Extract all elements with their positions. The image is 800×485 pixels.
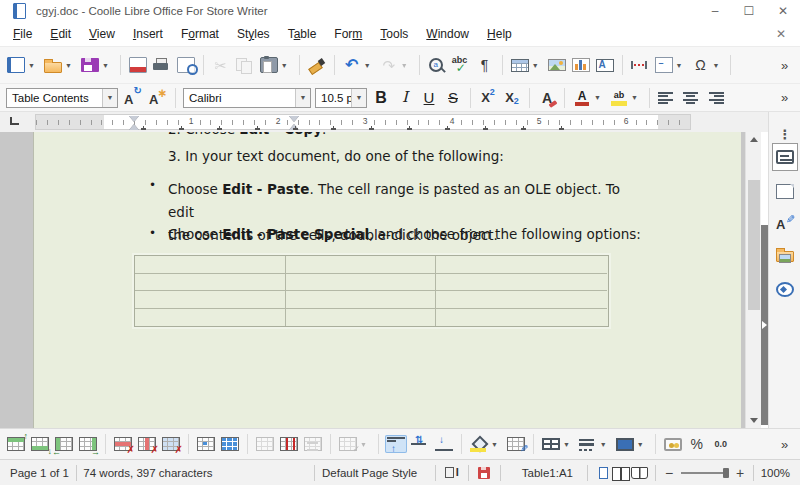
menu-table[interactable]: Table — [279, 23, 326, 45]
sidebar-hide-handle[interactable] — [761, 225, 768, 425]
single-page-view-button[interactable] — [594, 464, 612, 482]
insert-field-dropdown[interactable]: ▼ — [673, 62, 686, 69]
font-size-combo[interactable]: 10.5 pt▼ — [315, 88, 367, 108]
font-size-dropdown-arrow[interactable]: ▼ — [351, 89, 366, 107]
tab-stop-marker[interactable] — [331, 128, 336, 130]
menu-tools[interactable]: Tools — [371, 23, 417, 45]
border-color-dropdown[interactable]: ▼ — [634, 441, 647, 448]
paragraph-style-dropdown-arrow[interactable]: ▼ — [102, 89, 117, 107]
superscript-button[interactable] — [477, 87, 499, 109]
font-name-dropdown-arrow[interactable]: ▼ — [295, 89, 310, 107]
number-format-decimal-button[interactable]: 0.0 — [710, 433, 732, 455]
insert-mode-icon[interactable] — [443, 464, 461, 482]
insert-column-before-button[interactable] — [53, 435, 75, 453]
formatbar-overflow-button[interactable]: » — [773, 87, 795, 109]
highlighting-color-dropdown[interactable]: ▼ — [628, 94, 641, 101]
tab-stop-marker[interactable] — [217, 128, 222, 130]
paragraph-style-combo[interactable]: Table Contents▼ — [6, 88, 118, 108]
underline-button[interactable]: U — [418, 87, 440, 109]
insert-field-button[interactable]: ▼ — [653, 55, 688, 75]
insert-special-character-button[interactable]: Ω▼ — [690, 54, 725, 76]
font-color-button[interactable]: ▼ — [571, 87, 606, 109]
menu-insert[interactable]: Insert — [124, 23, 172, 45]
document-page[interactable]: 2. Choose Edit - Copy. 3. In your text d… — [33, 132, 741, 428]
sidebar-page[interactable] — [772, 179, 798, 203]
table-cell[interactable] — [436, 256, 607, 274]
sidebar-gallery[interactable] — [772, 243, 798, 267]
zoom-out-button[interactable]: − — [663, 465, 675, 481]
border-style-button[interactable]: ▼ — [577, 436, 612, 453]
page-count[interactable]: Page 1 of 1 — [10, 467, 69, 479]
tab-stop-marker[interactable] — [255, 128, 260, 130]
insert-row-below-button[interactable] — [29, 435, 51, 453]
insert-column-after-button[interactable] — [77, 435, 99, 453]
menu-view[interactable]: View — [80, 23, 124, 45]
table-cell[interactable] — [436, 291, 607, 309]
center-vertically-button[interactable] — [409, 435, 431, 453]
highlighting-color-button[interactable]: ▼ — [608, 87, 643, 109]
spelling-button[interactable] — [450, 55, 472, 76]
insert-text-box-button[interactable] — [594, 57, 616, 74]
insert-row-above-button[interactable] — [5, 435, 27, 453]
table-cell-background-color-dropdown[interactable]: ▼ — [488, 441, 501, 448]
menu-edit[interactable]: Edit — [41, 23, 80, 45]
tablebar-overflow-button[interactable]: » — [773, 433, 795, 455]
table-cell[interactable] — [286, 274, 436, 292]
insert-table-dropdown[interactable]: ▼ — [529, 62, 542, 69]
page-style[interactable]: Default Page Style — [322, 467, 417, 479]
table-cell-background-color-button[interactable]: ▼ — [468, 434, 503, 454]
close-button[interactable]: ✕ — [766, 0, 800, 22]
select-cell-button[interactable] — [195, 435, 217, 453]
menu-format[interactable]: Format — [172, 23, 228, 45]
number-format-percent-button[interactable]: % — [686, 433, 708, 455]
find-and-replace-button[interactable] — [426, 55, 448, 76]
tab-stop-marker[interactable] — [483, 128, 488, 130]
tab-stop-marker[interactable] — [293, 128, 298, 130]
formatting-marks-button[interactable]: ¶ — [474, 54, 496, 76]
zoom-slider-thumb[interactable] — [723, 468, 729, 478]
insert-table-button[interactable]: ▼ — [509, 57, 544, 74]
table-properties-button[interactable] — [505, 435, 527, 453]
insert-page-break-button[interactable] — [629, 56, 651, 74]
save-dropdown[interactable]: ▼ — [99, 62, 112, 69]
tab-stop-marker[interactable] — [407, 128, 412, 130]
document-modified-indicator[interactable] — [475, 464, 493, 482]
undo-button[interactable]: ↶▼ — [341, 54, 376, 76]
sidebar-properties[interactable] — [772, 143, 798, 171]
font-color-dropdown[interactable]: ▼ — [591, 94, 604, 101]
align-left-button[interactable] — [656, 90, 678, 106]
insert-chart-button[interactable] — [570, 56, 592, 74]
border-color-button[interactable]: ▼ — [614, 436, 649, 453]
tab-stop-marker[interactable] — [445, 128, 450, 130]
clear-formatting-button[interactable] — [536, 87, 558, 109]
word-count[interactable]: 74 words, 397 characters — [83, 467, 212, 479]
table-cell[interactable] — [286, 291, 436, 309]
zoom-slider[interactable] — [681, 472, 728, 474]
insert-special-character-dropdown[interactable]: ▼ — [710, 62, 723, 69]
scrollbar-thumb[interactable] — [748, 180, 760, 310]
align-bottom-button[interactable] — [433, 435, 455, 453]
document-close-button[interactable]: ✕ — [770, 25, 792, 43]
undo-dropdown[interactable]: ▼ — [361, 62, 374, 69]
open-button[interactable]: ▼ — [42, 56, 77, 75]
paste-dropdown[interactable]: ▼ — [278, 62, 291, 69]
table-cell[interactable] — [135, 309, 286, 327]
italic-button[interactable]: I — [394, 87, 416, 109]
borders-button[interactable]: ▼ — [540, 436, 575, 452]
align-top-button[interactable] — [385, 435, 407, 453]
paste-button[interactable]: ▼ — [258, 55, 293, 75]
delete-column-button[interactable] — [136, 435, 158, 453]
toolbar-overflow-button[interactable]: » — [773, 54, 795, 76]
new-document-dropdown[interactable]: ▼ — [25, 62, 38, 69]
tab-stop-marker[interactable] — [141, 128, 146, 130]
number-format-currency-button[interactable] — [662, 436, 684, 453]
table-cell[interactable] — [436, 274, 607, 292]
sidebar-styles[interactable] — [772, 211, 798, 235]
maximize-button[interactable]: ☐ — [732, 0, 766, 22]
tab-stop-marker[interactable] — [179, 128, 184, 130]
split-cells-button[interactable] — [278, 435, 300, 453]
new-document-button[interactable]: ▼ — [5, 55, 40, 75]
scroll-up-arrow[interactable] — [746, 132, 762, 147]
align-center-button[interactable] — [680, 90, 702, 106]
vertical-scrollbar[interactable] — [745, 132, 761, 428]
